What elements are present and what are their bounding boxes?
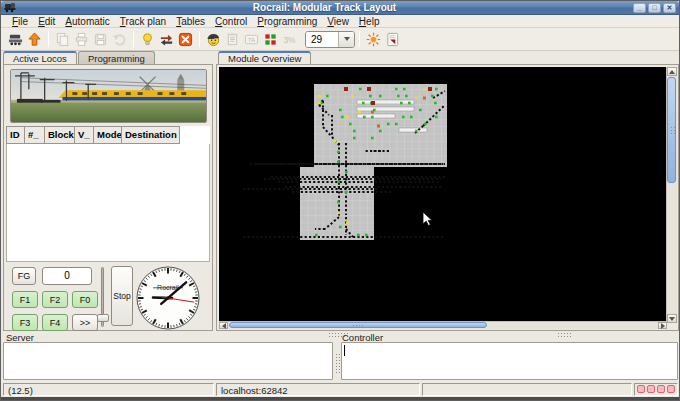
loco-table-body[interactable] xyxy=(6,144,210,262)
power-icon[interactable] xyxy=(138,30,156,48)
column-header-id[interactable]: ID xyxy=(6,126,25,144)
scroll-right-button[interactable] xyxy=(658,322,667,329)
f3-button[interactable]: F3 xyxy=(12,314,38,331)
loco-photo xyxy=(10,69,207,123)
column-header-v[interactable]: V_ xyxy=(75,126,94,144)
blocks-icon[interactable] xyxy=(261,30,279,48)
left-tab-strip: Active LocosProgramming xyxy=(3,51,156,65)
tab-active-locos[interactable]: Active Locos xyxy=(3,51,77,65)
window-controls: _□✕ xyxy=(633,3,676,13)
speed-value-field[interactable]: 0 xyxy=(42,267,92,285)
window-title: Rocrail: Modular Track Layout xyxy=(16,1,633,14)
scroll-up-button[interactable] xyxy=(667,67,677,76)
scroll-down-button[interactable] xyxy=(667,314,677,323)
vertical-scroll-thumb[interactable] xyxy=(667,77,676,183)
operator-icon[interactable] xyxy=(204,30,222,48)
speed-slider-handle[interactable] xyxy=(97,314,109,322)
menu-control[interactable]: Control xyxy=(210,16,252,27)
auto-mode-icon[interactable] xyxy=(157,30,175,48)
save-icon xyxy=(91,30,109,48)
column-header-block[interactable]: Block xyxy=(45,126,75,144)
status-bar: (12.5) localhost:62842 xyxy=(1,381,679,398)
functions-more-button[interactable]: >> xyxy=(72,314,98,331)
status-indicator xyxy=(637,385,645,393)
svg-text:7A: 7A xyxy=(248,36,255,42)
function-buttons: F1F2F0F3F4>> xyxy=(12,291,100,331)
keypad-icon: 7A xyxy=(242,30,260,48)
app-train-icon xyxy=(4,2,16,13)
menu-file[interactable]: File xyxy=(7,16,33,27)
copy-icon xyxy=(53,30,71,48)
zoom-dropdown-button[interactable] xyxy=(338,32,354,47)
column-header-mode[interactable]: Mode xyxy=(94,126,122,144)
clipboard-icon xyxy=(223,30,241,48)
tab-module-overview[interactable]: Module Overview xyxy=(218,51,311,65)
menu-programming[interactable]: Programming xyxy=(252,16,322,27)
text-caret xyxy=(344,345,345,356)
vertical-scrollbar[interactable] xyxy=(666,67,677,323)
column-header-destination[interactable]: Destination xyxy=(122,126,180,144)
server-log[interactable] xyxy=(3,342,333,380)
f0-button[interactable]: F0 xyxy=(72,291,98,308)
splitter-handle-horizontal-2[interactable] xyxy=(557,332,571,338)
chevron-down-icon xyxy=(344,37,350,41)
status-extra xyxy=(422,383,632,396)
print-icon xyxy=(72,30,90,48)
maximize-button[interactable]: □ xyxy=(648,3,661,13)
scroll-left-button[interactable] xyxy=(219,322,228,329)
f2-button[interactable]: F2 xyxy=(42,291,68,308)
status-indicator xyxy=(667,385,675,393)
horizontal-scroll-thumb[interactable] xyxy=(229,322,487,328)
title-bar: Rocrail: Modular Track Layout _□✕ xyxy=(1,1,679,15)
status-host: localhost:62842 xyxy=(216,383,420,396)
upload-icon[interactable] xyxy=(25,30,43,48)
toolbar-separator xyxy=(48,31,49,47)
emergency-stop-icon[interactable] xyxy=(176,30,194,48)
close-button[interactable]: ✕ xyxy=(663,3,676,13)
horizontal-scrollbar[interactable] xyxy=(219,321,667,329)
zoom-select[interactable]: 29 xyxy=(305,31,355,48)
toolbar-separator xyxy=(199,31,200,47)
zoom-value[interactable]: 29 xyxy=(306,32,338,47)
menu-edit[interactable]: Edit xyxy=(33,16,60,27)
active-locos-panel: ID#_BlockV_ModeDestination FG 0 F1F2F0F3… xyxy=(3,64,213,331)
controller-log[interactable] xyxy=(341,342,678,380)
status-indicator xyxy=(647,385,655,393)
status-indicators xyxy=(634,383,678,396)
svg-text:3%: 3% xyxy=(283,35,296,45)
fg-button[interactable]: FG xyxy=(12,267,36,285)
menu-tables[interactable]: Tables xyxy=(171,16,210,27)
window: Rocrail: Modular Track Layout _□✕ FileEd… xyxy=(0,0,680,401)
right-tab-strip: Module Overview xyxy=(218,51,312,65)
menu-bar: FileEditAutomaticTrack planTablesControl… xyxy=(1,15,679,28)
loco-table-header: ID#_BlockV_ModeDestination xyxy=(6,126,210,144)
status-indicator xyxy=(657,385,665,393)
f4-button[interactable]: F4 xyxy=(42,314,68,331)
manual-icon[interactable] xyxy=(383,30,401,48)
minimize-button[interactable]: _ xyxy=(633,3,646,13)
toolbar: 7A3%29 xyxy=(1,28,679,51)
power-station-icon[interactable] xyxy=(364,30,382,48)
tab-programming[interactable]: Programming xyxy=(78,51,155,65)
module-overview-panel xyxy=(216,64,679,331)
undo-icon xyxy=(110,30,128,48)
f1-button[interactable]: F1 xyxy=(12,291,38,308)
toolbar-separator xyxy=(359,31,360,47)
speed-slider[interactable] xyxy=(101,267,104,327)
column-header-[interactable]: #_ xyxy=(25,126,45,144)
scale-icon: 3% xyxy=(280,30,298,48)
track-canvas[interactable] xyxy=(219,67,667,323)
menu-track-plan[interactable]: Track plan xyxy=(115,16,171,27)
stop-button[interactable]: Stop xyxy=(111,266,133,326)
toolbar-separator xyxy=(133,31,134,47)
menu-view[interactable]: View xyxy=(322,16,354,27)
track-plan-icon[interactable] xyxy=(6,30,24,48)
menu-automatic[interactable]: Automatic xyxy=(60,16,114,27)
menu-help[interactable]: Help xyxy=(354,16,385,27)
status-scale: (12.5) xyxy=(3,383,214,396)
splitter-handle-vertical[interactable] xyxy=(335,353,340,375)
window-bottom-edge xyxy=(1,397,679,401)
fast-clock: Rocrail xyxy=(135,265,201,331)
